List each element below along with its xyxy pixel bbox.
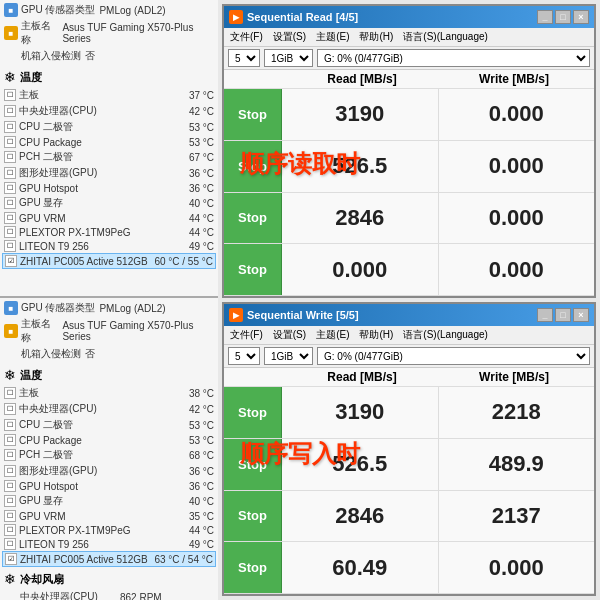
close-bot[interactable]: × <box>573 308 589 322</box>
temp-checkbox: ☐ <box>4 465 16 477</box>
temp-checkbox: ☐ <box>4 524 16 536</box>
temp-label: PCH 二极管 <box>19 448 154 462</box>
gpu-icon: ■ <box>4 3 18 17</box>
stop-button[interactable]: Stop <box>224 439 282 490</box>
temp-checkbox: ☐ <box>4 167 16 179</box>
temp-checkbox: ☑ <box>5 553 17 565</box>
bench-data-row: Stop31902218 <box>224 387 594 439</box>
temp-row: ☐图形处理器(GPU)36 °C <box>2 463 216 479</box>
read-value: 60.49 <box>282 542 439 593</box>
temp-checkbox: ☐ <box>4 151 16 163</box>
top-temps-list: ☐主板37 °C☐中央处理器(CPU)42 °C☐CPU 二极管53 °C☐CP… <box>2 87 216 269</box>
menu-help-bot[interactable]: 帮助(H) <box>357 327 395 343</box>
stop-button[interactable]: Stop <box>224 193 282 244</box>
intrusion-label-bot: 机箱入侵检测 <box>21 347 81 361</box>
bench-icon-top: ▶ <box>229 10 243 24</box>
fan-cpu-row: 中央处理器(CPU) 862 RPM <box>2 589 216 600</box>
bench-data-row: Stop28462137 <box>224 491 594 543</box>
temp-value: 60 °C / 55 °C <box>153 256 213 267</box>
read-value: 2846 <box>282 491 439 542</box>
toolbar-top: 5 1GiB G: 0% (0/477GiB) <box>224 47 594 70</box>
menu-theme-bot[interactable]: 主题(E) <box>314 327 351 343</box>
stop-button[interactable]: Stop <box>224 244 282 295</box>
temp-value: 36 °C <box>154 168 214 179</box>
temp-row: ☐中央处理器(CPU)42 °C <box>2 401 216 417</box>
temp-checkbox: ☐ <box>4 89 16 101</box>
bot-temps-list: ☐主板38 °C☐中央处理器(CPU)42 °C☐CPU 二极管53 °C☐CP… <box>2 385 216 567</box>
count-select-bot[interactable]: 5 <box>228 347 260 365</box>
menu-lang-bot[interactable]: 语言(S)(Language) <box>401 327 489 343</box>
stop-button[interactable]: Stop <box>224 542 282 593</box>
temp-value: 40 °C <box>154 496 214 507</box>
disk-select-top[interactable]: G: 0% (0/477GiB) <box>317 49 590 67</box>
board-value-top: Asus TUF Gaming X570-Plus Series <box>62 22 214 44</box>
temp-label: GPU VRM <box>19 511 154 522</box>
board-label-top: 主板名称 <box>21 19 58 47</box>
temp-row: ☐图形处理器(GPU)36 °C <box>2 165 216 181</box>
temp-value: 42 °C <box>154 404 214 415</box>
disk-select-bot[interactable]: G: 0% (0/477GiB) <box>317 347 590 365</box>
close-top[interactable]: × <box>573 10 589 24</box>
temp-row: ☐PCH 二极管68 °C <box>2 447 216 463</box>
temp-checkbox: ☐ <box>4 510 16 522</box>
fan-cpu-value: 862 RPM <box>120 592 162 601</box>
temp-value: 49 °C <box>154 241 214 252</box>
stop-button[interactable]: Stop <box>224 491 282 542</box>
menu-help-top[interactable]: 帮助(H) <box>357 29 395 45</box>
menu-settings-top[interactable]: 设置(S) <box>271 29 308 45</box>
intrusion-row-top: 机箱入侵检测 否 <box>2 48 216 64</box>
temp-label: PLEXTOR PX-1TM9PeG <box>19 525 154 536</box>
temp-checkbox: ☐ <box>4 136 16 148</box>
size-select-bot[interactable]: 1GiB <box>264 347 313 365</box>
stop-button[interactable]: Stop <box>224 89 282 140</box>
temp-row: ☐CPU Package53 °C <box>2 135 216 149</box>
temp-value: 53 °C <box>154 137 214 148</box>
menu-file-top[interactable]: 文件(F) <box>228 29 265 45</box>
write-value: 2218 <box>439 387 595 438</box>
intrusion-row-bot: 机箱入侵检测 否 <box>2 346 216 362</box>
menu-lang-top[interactable]: 语言(S)(Language) <box>401 29 489 45</box>
temp-checkbox: ☐ <box>4 449 16 461</box>
stop-button[interactable]: Stop <box>224 387 282 438</box>
bench-rows-top: Stop31900.000Stop526.50.000Stop28460.000… <box>224 89 594 296</box>
temp-label: 图形处理器(GPU) <box>19 464 154 478</box>
menu-file-bot[interactable]: 文件(F) <box>228 327 265 343</box>
minimize-top[interactable]: _ <box>537 10 553 24</box>
temp-checkbox: ☐ <box>4 495 16 507</box>
menu-theme-top[interactable]: 主题(E) <box>314 29 351 45</box>
board-row-bot: ■ 主板名称 Asus TUF Gaming X570-Plus Series <box>2 316 216 346</box>
menu-bot: 文件(F) 设置(S) 主题(E) 帮助(H) 语言(S)(Language) <box>224 326 594 345</box>
temp-checkbox: ☐ <box>4 403 16 415</box>
window-controls-top[interactable]: _ □ × <box>537 10 589 24</box>
temp-value: 44 °C <box>154 227 214 238</box>
temp-label: PCH 二极管 <box>19 150 154 164</box>
temp-value: 36 °C <box>154 481 214 492</box>
fan-cpu-label: 中央处理器(CPU) <box>20 590 120 600</box>
size-select-top[interactable]: 1GiB <box>264 49 313 67</box>
temp-checkbox: ☐ <box>4 240 16 252</box>
menu-top: 文件(F) 设置(S) 主题(E) 帮助(H) 语言(S)(Language) <box>224 28 594 47</box>
temp-row: ☑ZHITAI PC005 Active 512GB63 °C / 54 °C <box>2 551 216 567</box>
temp-label: 图形处理器(GPU) <box>19 166 154 180</box>
restore-bot[interactable]: □ <box>555 308 571 322</box>
temp-label: 主板 <box>19 88 154 102</box>
temp-label: CPU 二极管 <box>19 120 154 134</box>
menu-settings-bot[interactable]: 设置(S) <box>271 327 308 343</box>
stop-button[interactable]: Stop <box>224 141 282 192</box>
temp-value: 53 °C <box>154 420 214 431</box>
temp-label: 中央处理器(CPU) <box>19 104 154 118</box>
minimize-bot[interactable]: _ <box>537 308 553 322</box>
intrusion-value-bot: 否 <box>85 347 95 361</box>
temp-value: 36 °C <box>154 183 214 194</box>
restore-top[interactable]: □ <box>555 10 571 24</box>
temp-checkbox: ☐ <box>4 419 16 431</box>
col-write-bot: Write [MB/s] <box>438 370 590 384</box>
window-controls-bot[interactable]: _ □ × <box>537 308 589 322</box>
count-select-top[interactable]: 5 <box>228 49 260 67</box>
temp-value: 53 °C <box>154 122 214 133</box>
read-value: 3190 <box>282 387 439 438</box>
gpu-icon-bot: ■ <box>4 301 18 315</box>
temp-row: ☐主板37 °C <box>2 87 216 103</box>
temp-label: GPU 显存 <box>19 196 154 210</box>
temp-row: ☐PCH 二极管67 °C <box>2 149 216 165</box>
